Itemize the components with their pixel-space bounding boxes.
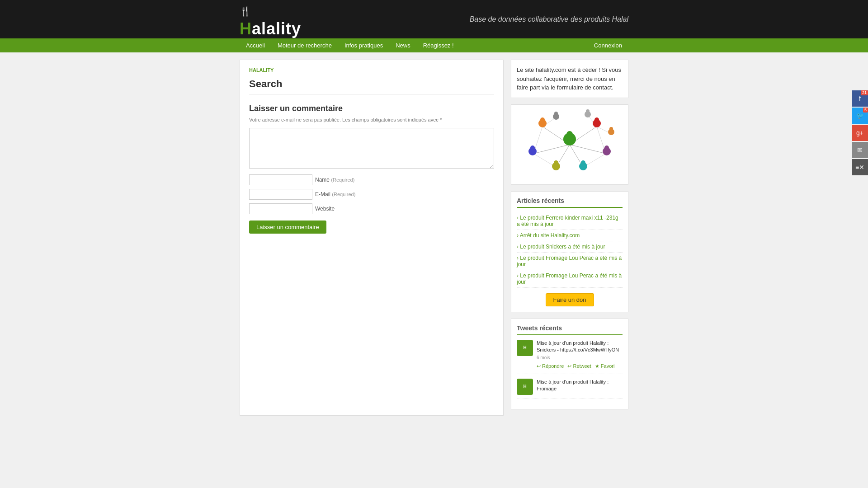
logo-h: H bbox=[240, 19, 252, 38]
email-input[interactable] bbox=[249, 189, 312, 200]
facebook-icon: f bbox=[859, 95, 861, 102]
comment-form: Name (Required) E-Mail (Required) Websit… bbox=[249, 128, 494, 234]
tweet-content: Mise à jour d'un produit Halality : Snic… bbox=[537, 340, 623, 370]
nav-reagissez[interactable]: Réagissez ! bbox=[417, 38, 460, 52]
breadcrumb: HALALITY bbox=[249, 67, 494, 73]
share-icon: ≡✕ bbox=[855, 164, 864, 171]
article-link[interactable]: Arrêt du site Halality.com bbox=[520, 232, 580, 239]
list-item[interactable]: Le produit Snickers a été mis à jour bbox=[517, 241, 623, 253]
nav-moteur-de-recherche[interactable]: Moteur de recherche bbox=[271, 38, 338, 52]
svg-line-2 bbox=[533, 145, 570, 154]
svg-point-16 bbox=[540, 117, 545, 122]
svg-point-24 bbox=[554, 160, 558, 165]
svg-point-26 bbox=[581, 160, 585, 165]
comment-textarea[interactable] bbox=[249, 128, 494, 169]
tweet-time: 6 mois bbox=[537, 355, 623, 361]
logo-area: 🍴Halality bbox=[240, 5, 294, 34]
articles-title: Articles récents bbox=[517, 197, 623, 208]
retweet-action[interactable]: ↩ Retweet bbox=[567, 363, 591, 370]
comment-form-area: Laisser un commentaire Votre adresse e-m… bbox=[249, 104, 494, 234]
leave-comment-title: Laisser un commentaire bbox=[249, 104, 494, 113]
sidebar-notice-box: Le site halality.com est à céder ! Si vo… bbox=[511, 60, 628, 98]
name-input[interactable] bbox=[249, 174, 312, 185]
tweet-item: H Mise à jour d'un produit Halality : Sn… bbox=[517, 340, 623, 374]
social-sidebar: f 21 🐦 5 g+ ✉ ≡✕ bbox=[852, 90, 868, 175]
reply-action[interactable]: ↩ Répondre bbox=[537, 363, 564, 370]
nav-connexion: Connexion bbox=[588, 42, 628, 49]
nav-infos-pratiques[interactable]: Infos pratiques bbox=[338, 38, 389, 52]
svg-line-3 bbox=[570, 145, 606, 154]
list-item[interactable]: Le produit Ferrero kinder maxi x11 -231g… bbox=[517, 212, 623, 230]
twitter-share-button[interactable]: 🐦 5 bbox=[852, 108, 868, 124]
svg-point-18 bbox=[594, 117, 599, 122]
article-link[interactable]: Le produit Fromage Lou Perac a été mis à… bbox=[517, 255, 622, 267]
name-label: Name (Required) bbox=[315, 177, 354, 183]
tweet-avatar: H bbox=[517, 340, 533, 356]
sidebar-network-image bbox=[511, 104, 628, 185]
list-item[interactable]: Le produit Fromage Lou Perac a été mis à… bbox=[517, 253, 623, 270]
googleplus-share-button[interactable]: g+ bbox=[852, 125, 868, 141]
email-row: E-Mail (Required) bbox=[249, 189, 494, 200]
list-item[interactable]: Le produit Fromage Lou Perac a été mis à… bbox=[517, 270, 623, 288]
svg-point-14 bbox=[566, 131, 573, 137]
svg-point-22 bbox=[604, 145, 609, 150]
articles-list: Le produit Ferrero kinder maxi x11 -231g… bbox=[517, 212, 623, 288]
network-svg bbox=[520, 108, 619, 181]
tweet-item: H Mise à jour d'un produit Halality : Fr… bbox=[517, 379, 623, 399]
website-row: Website bbox=[249, 203, 494, 214]
tweet-avatar: H bbox=[517, 379, 533, 395]
sidebar-notice-text: Le site halality.com est à céder ! Si vo… bbox=[517, 66, 623, 92]
list-item[interactable]: Arrêt du site Halality.com bbox=[517, 230, 623, 241]
svg-point-32 bbox=[609, 127, 613, 131]
tweet-text: Mise à jour d'un produit Halality : Snic… bbox=[537, 340, 623, 354]
nav-news[interactable]: News bbox=[389, 38, 417, 52]
nav-links: Accueil Moteur de recherche Infos pratiq… bbox=[240, 38, 460, 52]
website-input[interactable] bbox=[249, 203, 312, 214]
favori-action[interactable]: ★ Favori bbox=[595, 363, 615, 370]
article-link[interactable]: Le produit Ferrero kinder maxi x11 -231g… bbox=[517, 215, 618, 227]
tweet-content: Mise à jour d'un produit Halality : From… bbox=[537, 379, 623, 395]
logo-name: alality bbox=[252, 19, 301, 38]
googleplus-icon: g+ bbox=[856, 129, 863, 136]
email-share-button[interactable]: ✉ bbox=[852, 142, 868, 158]
page-title: Search bbox=[249, 78, 494, 95]
svg-point-28 bbox=[554, 112, 558, 115]
twitter-icon: 🐦 bbox=[856, 112, 864, 119]
article-link[interactable]: Le produit Fromage Lou Perac a été mis à… bbox=[517, 272, 622, 285]
svg-point-30 bbox=[586, 109, 590, 113]
tweet-text: Mise à jour d'un produit Halality : From… bbox=[537, 379, 623, 393]
donate-button[interactable]: Faire un don bbox=[546, 293, 594, 306]
email-label: E-Mail (Required) bbox=[315, 191, 355, 197]
facebook-share-button[interactable]: f 21 bbox=[852, 90, 868, 107]
svg-point-20 bbox=[530, 145, 535, 150]
article-link[interactable]: Le produit Snickers a été mis à jour bbox=[520, 244, 605, 250]
share-button[interactable]: ≡✕ bbox=[852, 159, 868, 175]
tagline: Base de données collaborative des produi… bbox=[470, 15, 628, 23]
email-icon: ✉ bbox=[857, 146, 863, 154]
comment-notice: Votre adresse e-mail ne sera pas publiée… bbox=[249, 117, 494, 122]
tweets-title: Tweets récents bbox=[517, 324, 623, 335]
connexion-link[interactable]: Connexion bbox=[588, 38, 628, 52]
submit-comment-button[interactable]: Laisser un commentaire bbox=[249, 221, 326, 234]
website-label: Website bbox=[315, 206, 335, 212]
name-row: Name (Required) bbox=[249, 174, 494, 185]
facebook-count: 21 bbox=[861, 90, 868, 95]
nav-accueil[interactable]: Accueil bbox=[240, 38, 271, 52]
sidebar-articles-box: Articles récents Le produit Ferrero kind… bbox=[511, 191, 628, 312]
twitter-count: 5 bbox=[863, 108, 868, 113]
tweet-actions: ↩ Répondre ↩ Retweet ★ Favori bbox=[537, 363, 623, 370]
sidebar-tweets-box: Tweets récents H Mise à jour d'un produi… bbox=[511, 319, 628, 409]
logo[interactable]: 🍴Halality bbox=[240, 5, 294, 34]
fork-icon: 🍴 bbox=[240, 6, 251, 17]
